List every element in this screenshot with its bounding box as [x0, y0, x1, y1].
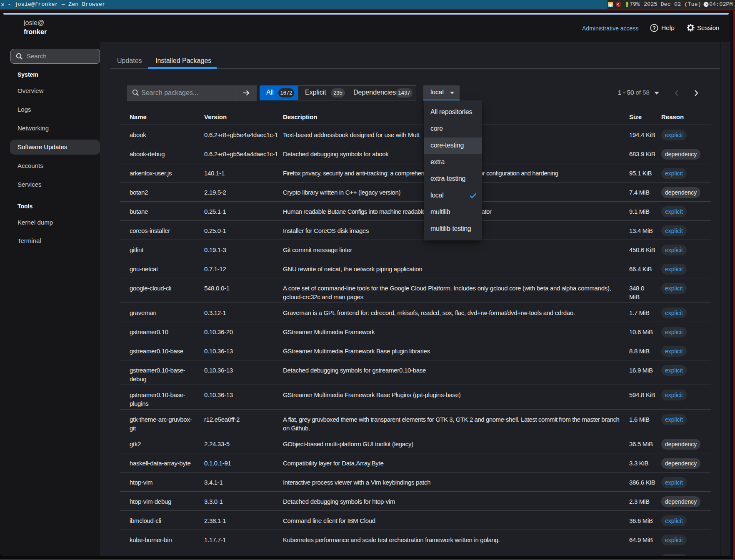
svg-text:?: ?	[652, 25, 656, 31]
